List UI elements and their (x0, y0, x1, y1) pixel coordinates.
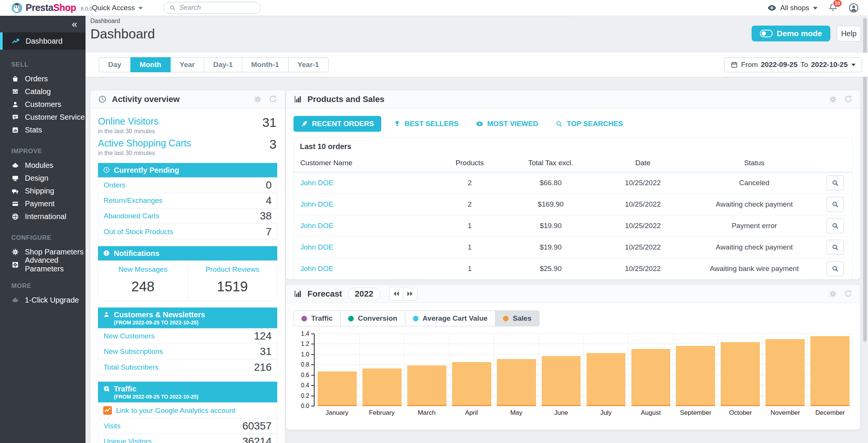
customer-link[interactable]: John DOE (300, 243, 333, 251)
panel-refresh-button[interactable] (844, 289, 853, 298)
sidebar-item-design[interactable]: Design (0, 172, 86, 184)
forecast-prev-button[interactable] (389, 287, 403, 301)
tab-most-viewed[interactable]: MOST VIEWED (471, 116, 543, 132)
view-order-button[interactable] (827, 197, 844, 212)
activity-stat-online-visitors: Online Visitors31in the last 30 minutes (98, 116, 277, 135)
list-item-link[interactable]: Abandoned Carts (104, 212, 159, 220)
list-item-link[interactable]: Return/Exchanges (104, 196, 162, 205)
sidebar-item-payment[interactable]: Payment (0, 197, 86, 210)
list-item-link[interactable]: Out of Stock Products (104, 228, 173, 236)
order-cell: 10/25/2022 (595, 215, 690, 237)
customer-link[interactable]: John DOE (300, 200, 333, 208)
period-day[interactable]: Day (99, 57, 131, 72)
column-header-products: Products (434, 154, 506, 172)
view-order-button[interactable] (827, 218, 844, 233)
sidebar-item-catalog[interactable]: Catalog (0, 85, 86, 98)
google-analytics-link[interactable]: Link to your Google Analytics account (98, 403, 277, 419)
action-cell (818, 258, 852, 280)
chart-slot-june (539, 334, 584, 406)
y-tick-label: 1.4 (301, 330, 309, 337)
legend-dot-icon (301, 316, 307, 321)
chart-slot-september (673, 334, 718, 406)
legend-average-cart-value[interactable]: Average Cart Value (405, 311, 496, 326)
sidebar-item-modules[interactable]: Modules (0, 159, 86, 172)
search-input[interactable] (179, 4, 267, 12)
legend-label: Average Cart Value (423, 314, 488, 323)
date-range-picker[interactable]: From 2022-09-25 To 2022-10-25 (724, 57, 862, 72)
panel-header: Activity overview (90, 90, 285, 108)
sidebar-item-customers[interactable]: Customers (0, 98, 86, 111)
sidebar-item-orders[interactable]: Orders (0, 72, 86, 85)
monitor-icon (11, 174, 19, 182)
list-item-link[interactable]: New Customers (104, 332, 154, 340)
list-item-link[interactable]: Orders (104, 181, 125, 189)
customer-link[interactable]: John DOE (300, 179, 333, 187)
list-item-new-customers: New Customers124 (98, 329, 277, 344)
panel-settings-button[interactable] (828, 289, 837, 298)
notification-link[interactable]: Product Reviews (188, 265, 277, 274)
activity-stat-link[interactable]: Online Visitors (98, 116, 159, 126)
list-item-link[interactable]: New Subscriptions (104, 347, 163, 356)
list-item-link[interactable]: Unique Visitors (104, 437, 151, 443)
sidebar-item-customer-service[interactable]: Customer Service (0, 111, 86, 123)
panel-settings-button[interactable] (253, 95, 262, 104)
sidebar-item-label: Orders (25, 75, 48, 83)
demo-mode-button[interactable]: Demo mode (752, 26, 830, 41)
period-year[interactable]: Year (170, 57, 204, 72)
tab-label: RECENT ORDERS (312, 120, 374, 128)
period-month-1[interactable]: Month-1 (242, 57, 289, 72)
legend-dot-icon (413, 316, 419, 321)
quick-access-menu[interactable]: Quick Access (92, 4, 143, 12)
view-order-button[interactable] (827, 261, 844, 276)
period-day-1[interactable]: Day-1 (204, 57, 242, 72)
customer-link[interactable]: John DOE (300, 265, 333, 272)
column-header-actions (818, 154, 852, 172)
view-order-button[interactable] (827, 175, 844, 190)
legend-traffic[interactable]: Traffic (293, 311, 341, 326)
prestashop-logo[interactable]: PrestaShop 8.0.0 (0, 2, 87, 14)
person-icon (11, 100, 19, 108)
sidebar-item-label: 1-Click Upgrade (25, 296, 79, 304)
panel-refresh-button[interactable] (268, 95, 277, 104)
tab-best-sellers[interactable]: BEST SELLERS (388, 116, 464, 132)
panel-refresh-button[interactable] (844, 95, 853, 104)
tab-top-searches[interactable]: TOP SEARCHES (550, 116, 628, 132)
panel-settings-button[interactable] (828, 95, 837, 104)
sidebar-item-dashboard[interactable]: Dashboard (0, 32, 86, 50)
shop-selector[interactable]: All shops (767, 4, 818, 12)
sidebar-item-advanced-parameters[interactable]: Advanced Parameters (0, 258, 86, 271)
activity-stat-link[interactable]: Active Shopping Carts (98, 138, 191, 148)
list-item-link[interactable]: Total Subscribers (104, 363, 159, 371)
x-tick-label: July (584, 409, 628, 417)
sidebar-item-international[interactable]: International (0, 210, 86, 223)
brand-name: PrestaShop (26, 2, 76, 13)
bar-october (721, 342, 760, 406)
search-icon (831, 265, 839, 272)
exclamation-icon (103, 250, 110, 257)
legend-conversion[interactable]: Conversion (340, 311, 405, 326)
sidebar-item-shipping[interactable]: Shipping (0, 184, 86, 197)
x-tick-label: September (673, 409, 718, 417)
legend-sales[interactable]: Sales (495, 311, 539, 326)
chart-slot-april (449, 334, 494, 406)
order-cell: 1 (434, 258, 506, 280)
forecast-next-button[interactable] (403, 287, 417, 301)
sidebar-item-stats[interactable]: Stats (0, 123, 86, 136)
order-cell: 1 (434, 215, 506, 237)
sidebar-collapse-button[interactable]: « (0, 16, 86, 32)
tab-recent-orders[interactable]: RECENT ORDERS (293, 116, 381, 132)
notifications-button[interactable]: 10 (827, 2, 839, 14)
period-year-1[interactable]: Year-1 (288, 57, 329, 72)
period-month[interactable]: Month (130, 57, 171, 72)
customer-link[interactable]: John DOE (300, 222, 333, 230)
customer-cell: John DOE (294, 172, 434, 194)
help-button[interactable]: Help (837, 26, 861, 41)
sidebar-item-1-click-upgrade[interactable]: 1-Click Upgrade (0, 294, 86, 306)
notification-link[interactable]: New Messages (98, 265, 188, 274)
profile-button[interactable] (848, 3, 859, 13)
list-item-link[interactable]: Visits (104, 422, 121, 430)
chat-icon (11, 113, 19, 121)
bag-icon (11, 75, 19, 83)
view-order-button[interactable] (827, 240, 844, 255)
activity-stat-sub: in the last 30 minutes (98, 150, 277, 157)
